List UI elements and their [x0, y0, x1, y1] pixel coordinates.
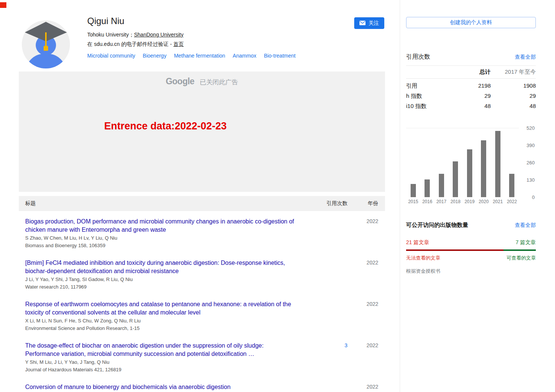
- interest-tag-methane-fermentation[interactable]: Methane fermentation: [174, 53, 225, 59]
- chart-ytick-label: 0: [532, 194, 535, 200]
- chart-year-label: 2015: [406, 199, 420, 204]
- article-year: 2022: [347, 217, 385, 224]
- stat-total: 2198: [455, 82, 491, 90]
- article-title-link[interactable]: Conversion of manure to bioenergy and bi…: [25, 383, 299, 391]
- article-main: Biogas production, DOM performance and m…: [19, 217, 302, 249]
- public-access-labels: 无法查看的文章 可查看的文章: [406, 255, 536, 261]
- chart-year-label: 2017: [434, 199, 449, 204]
- affiliation-link[interactable]: ShanDong University: [134, 32, 184, 38]
- main-column: Qigui Niu Tohoku University；ShanDong Uni…: [19, 0, 385, 392]
- chart-year-label: 2018: [449, 199, 463, 204]
- article-row: Conversion of manure to bioenergy and bi…: [19, 377, 385, 392]
- citations-chart-ticks: 0130260390520: [406, 128, 535, 197]
- cited-by-title: 引用次数: [406, 53, 430, 61]
- cited-by-column-header[interactable]: 引用次数: [302, 200, 347, 207]
- interest-tags: Microbial communityBioenergyMethane ferm…: [87, 53, 303, 59]
- chart-ytick-label: 260: [526, 160, 535, 166]
- interest-tag-bio-treatment[interactable]: Bio-treatment: [264, 53, 296, 59]
- article-authors: X Li, M Li, N Sun, F He, S Chu, W Zong, …: [25, 318, 299, 324]
- article-cited-count[interactable]: 3: [302, 342, 347, 348]
- article-venue: Water research 210, 117969: [25, 284, 299, 290]
- article-row: Response of earthworm coelomocytes and c…: [19, 294, 385, 335]
- available-articles-label: 可查看的文章: [506, 255, 536, 261]
- interest-tag-anammox[interactable]: Anammox: [233, 53, 256, 59]
- article-main: Conversion of manure to bioenergy and bi…: [19, 383, 302, 392]
- follow-button[interactable]: 关注: [354, 17, 384, 29]
- article-title-link[interactable]: Biogas production, DOM performance and m…: [25, 217, 299, 234]
- follow-button-label: 关注: [368, 20, 379, 27]
- graduation-cap-avatar-icon: [19, 64, 73, 71]
- title-column-header: 标题: [19, 200, 302, 207]
- article-main: Response of earthworm coelomocytes and c…: [19, 300, 302, 332]
- chart-ytick-label: 520: [526, 125, 535, 131]
- stat-total: 29: [455, 93, 491, 100]
- screen-corner-marker: [0, 2, 6, 8]
- stat-since: 29: [491, 93, 536, 100]
- article-main: The dosage-effect of biochar on anaerobi…: [19, 342, 302, 373]
- stats-row-h-index: h 指数 29 29: [406, 91, 536, 101]
- chart-year-label: 2016: [420, 199, 435, 204]
- article-year: 2022: [347, 300, 385, 307]
- stat-label: i10 指数: [406, 103, 455, 110]
- homepage-link[interactable]: 首页: [173, 41, 184, 47]
- article-year: 2022: [347, 259, 385, 266]
- stat-label: h 指数: [406, 93, 455, 100]
- stats-row-i10-index: i10 指数 48 48: [406, 101, 536, 111]
- article-cited-count[interactable]: [302, 259, 347, 260]
- available-articles-count: 7 篇文章: [516, 239, 536, 246]
- stat-label: 引用: [406, 82, 455, 90]
- public-access-view-all-link[interactable]: 查看全部: [515, 222, 536, 229]
- public-access-title: 可公开访问的出版物数量: [406, 222, 468, 229]
- public-access-counts: 21 篇文章 7 篇文章: [406, 239, 536, 246]
- article-venue: Biomass and Bioenergy 158, 106359: [25, 242, 299, 249]
- interest-tag-bioenergy[interactable]: Bioenergy: [143, 53, 167, 59]
- scholar-profile-page: Qigui Niu Tohoku University；ShanDong Uni…: [0, 0, 555, 392]
- stat-since: 1908: [491, 82, 536, 90]
- article-cited-count[interactable]: [302, 300, 347, 301]
- cited-by-header: 引用次数 查看全部: [406, 53, 536, 66]
- profile-affiliation: Tohoku University；ShanDong University: [87, 32, 303, 38]
- profile-header: Qigui Niu Tohoku University；ShanDong Uni…: [19, 15, 385, 71]
- article-row: [Bmim] FeCl4 mediated inhibition and tox…: [19, 252, 385, 294]
- stats-header-row: 总计 2017 年至今: [406, 66, 536, 79]
- articles-table-header: 标题 引用次数 年份: [19, 196, 385, 211]
- public-access-header: 可公开访问的出版物数量 查看全部: [406, 222, 536, 229]
- chart-year-label: 2019: [462, 199, 477, 204]
- article-venue: Journal of Hazardous Materials 421, 1268…: [25, 366, 299, 373]
- stats-header-spacer: [406, 68, 455, 76]
- year-column-header[interactable]: 年份: [347, 200, 385, 207]
- chart-ytick-label: 390: [526, 143, 535, 148]
- unavailable-articles-count: 21 篇文章: [406, 239, 429, 246]
- ad-placeholder: Google 已关闭此广告 Entrence data:2022-02-23: [19, 71, 385, 192]
- profile-info: Qigui Niu Tohoku University；ShanDong Uni…: [87, 15, 303, 71]
- verified-email-text: 在 sdu.edu.cn 的电子邮件经过验证 -: [87, 41, 173, 47]
- profile-avatar: [19, 15, 73, 70]
- chart-year-label: 2021: [491, 199, 505, 204]
- sidebar: 创建我的个人资料 引用次数 查看全部 总计 2017 年至今 引用 2198 1…: [400, 0, 552, 392]
- verified-email: 在 sdu.edu.cn 的电子邮件经过验证 - 首页: [87, 41, 303, 48]
- article-row: The dosage-effect of biochar on anaerobi…: [19, 335, 385, 377]
- affiliation-text: Tohoku University；: [87, 32, 134, 38]
- article-title-link[interactable]: The dosage-effect of biochar on anaerobi…: [25, 342, 299, 358]
- chart-year-label: 2022: [505, 199, 519, 204]
- ad-header: Google 已关闭此广告: [19, 71, 385, 87]
- stats-col-since: 2017 年至今: [491, 68, 536, 76]
- cited-by-view-all-link[interactable]: 查看全部: [515, 54, 536, 61]
- article-authors: J Li, Y Yao, Y Shi, J Tang, SI Gadow, R …: [25, 276, 299, 283]
- profile-name: Qigui Niu: [87, 16, 303, 26]
- envelope-icon: [359, 20, 365, 26]
- article-title-link[interactable]: [Bmim] FeCl4 mediated inhibition and tox…: [25, 259, 299, 275]
- article-authors: Y Shi, M Liu, J Li, Y Yao, J Tang, Q Niu: [25, 359, 299, 366]
- article-cited-count[interactable]: [302, 217, 347, 218]
- chart-ytick-label: 130: [526, 177, 535, 183]
- citations-chart-years: 20152016201720182019202020212022: [406, 199, 519, 204]
- create-profile-button[interactable]: 创建我的个人资料: [406, 17, 536, 28]
- article-venue: Environmental Science and Pollution Rese…: [25, 325, 299, 332]
- citations-per-year-chart: 0130260390520 20152016201720182019202020…: [406, 128, 519, 204]
- chart-year-label: 2020: [477, 199, 491, 204]
- article-title-link[interactable]: Response of earthworm coelomocytes and c…: [25, 300, 299, 317]
- stat-total: 48: [455, 103, 491, 110]
- interest-tag-microbial-community[interactable]: Microbial community: [87, 53, 135, 59]
- article-cited-count[interactable]: [302, 383, 347, 384]
- public-access-bar-unavailable: [406, 249, 503, 251]
